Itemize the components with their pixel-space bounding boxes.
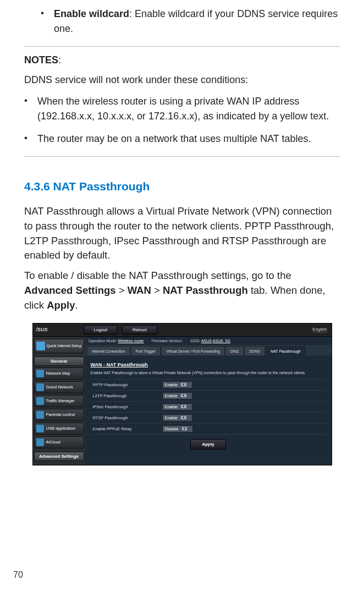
separator-bottom [24, 156, 340, 157]
note-text: When the wireless router is using a priv… [37, 94, 340, 124]
setting-label: IPSec Passthrough [91, 404, 162, 409]
notes-colon: : [58, 54, 61, 65]
router-ui-screenshot: /SUS Logout Reboot English Quick Interne… [32, 323, 332, 465]
notes-title: NOTES: [24, 54, 340, 66]
sidebar-icon [36, 425, 44, 432]
section-number: 4.3.6 [24, 180, 50, 193]
setting-select[interactable]: Enable▼ [162, 392, 192, 399]
sidebar-item-0[interactable]: Network Map [34, 368, 84, 380]
tab-dmz[interactable]: DMZ [225, 346, 244, 355]
sidebar-item-2[interactable]: Traffic Manager [34, 395, 84, 407]
page-number: 70 [13, 570, 23, 580]
notes-intro: DDNS service will not work under these c… [24, 73, 340, 87]
sidebar-item-4[interactable]: USB application [34, 423, 84, 435]
chevron-down-icon: ▼ [181, 383, 186, 386]
paragraph-2: To enable / disable the NAT Passthrough … [24, 268, 340, 313]
bullet-dot: • [41, 7, 54, 36]
sidebar-icon [36, 438, 44, 446]
chevron-down-icon: ▼ [181, 416, 186, 419]
separator-top [24, 46, 340, 47]
bullet-text: Enable wildcard: Enable wildcard if your… [54, 7, 340, 36]
sidebar-advanced-header: Advanced Settings [34, 452, 84, 461]
quick-internet-setup[interactable]: Quick Internet Setup [34, 339, 84, 353]
sidebar-icon [36, 397, 44, 405]
main-area: Operation Mode: Wireless router Firmware… [85, 337, 332, 465]
chevron-down-icon: ▼ [181, 394, 186, 397]
setting-row-2: IPSec PassthroughEnable▼ [91, 401, 326, 412]
setting-select[interactable]: Enable▼ [162, 414, 192, 421]
setting-select[interactable]: Disable▼ [162, 425, 194, 432]
sidebar-item-1[interactable]: Guest Network [34, 381, 84, 393]
setting-label: Enable PPPoE Relay [91, 426, 162, 431]
setting-row-0: PPTP PassthroughEnable▼ [91, 379, 326, 390]
tabs: Internet ConnectionPort TriggerVirtual S… [85, 345, 332, 355]
bullet-enable-wildcard: • Enable wildcard: Enable wildcard if yo… [41, 7, 340, 36]
chevron-down-icon: ▼ [182, 427, 187, 430]
sidebar-icon [36, 370, 44, 377]
sidebar-icon [36, 411, 44, 419]
notes-label: NOTES [24, 54, 58, 65]
apply-row: Apply [91, 434, 326, 451]
bullet-dot: • [24, 94, 37, 124]
tab-nat-passthrough[interactable]: NAT Passthrough [266, 346, 306, 355]
tab-ddns[interactable]: DDNS [244, 346, 265, 355]
setting-row-1: L2TP PassthroughEnable▼ [91, 390, 326, 401]
sidebar-item-5[interactable]: AiCloud [34, 436, 84, 448]
setting-label: L2TP Passthrough [91, 393, 162, 398]
section-heading: 4.3.6 NAT Passthrough [24, 180, 340, 193]
sidebar-general-header: General [34, 357, 84, 366]
language-selector[interactable]: English [312, 327, 327, 332]
panel-desc: Enable NAT Passthrough to allow a Virtua… [91, 371, 326, 375]
sidebar: Quick Internet Setup General Network Map… [33, 337, 85, 465]
note-item-1: • When the wireless router is using a pr… [24, 94, 340, 124]
paragraph-1: NAT Passthrough allows a Virtual Private… [24, 204, 340, 263]
reboot-button[interactable]: Reboot [122, 325, 157, 335]
section-title: NAT Passthrough [53, 180, 150, 193]
chevron-down-icon: ▼ [181, 405, 186, 408]
setting-select[interactable]: Enable▼ [162, 381, 192, 388]
wizard-icon [36, 342, 45, 350]
logout-button[interactable]: Logout [84, 325, 118, 335]
info-bar: Operation Mode: Wireless router Firmware… [85, 337, 332, 345]
sidebar-icon [36, 383, 44, 391]
note-item-2: • The router may be on a network that us… [24, 131, 340, 146]
setting-row-4: Enable PPPoE RelayDisable▼ [91, 423, 326, 434]
tab-port-trigger[interactable]: Port Trigger [131, 346, 161, 355]
sidebar-item-3[interactable]: Parental control [34, 409, 84, 421]
tab-virtual-server-port-forwarding[interactable]: Virtual Server / Port Forwarding [161, 346, 225, 355]
tab-internet-connection[interactable]: Internet Connection [87, 346, 130, 355]
setting-row-3: RTSP PassthroughEnable▼ [91, 412, 326, 423]
panel-title: WAN - NAT Passthrough [91, 362, 326, 368]
top-bar: /SUS Logout Reboot English [33, 324, 332, 337]
note-text: The router may be on a network that uses… [37, 131, 340, 146]
panel: WAN - NAT Passthrough Enable NAT Passthr… [85, 355, 332, 458]
bullet-dot: • [24, 131, 37, 146]
setting-label: PPTP Passthrough [91, 382, 162, 387]
bullet-bold: Enable wildcard [54, 8, 129, 19]
setting-select[interactable]: Enable▼ [162, 403, 192, 410]
asus-logo: /SUS [33, 327, 66, 332]
setting-label: RTSP Passthrough [91, 415, 162, 420]
apply-button[interactable]: Apply [190, 439, 225, 450]
